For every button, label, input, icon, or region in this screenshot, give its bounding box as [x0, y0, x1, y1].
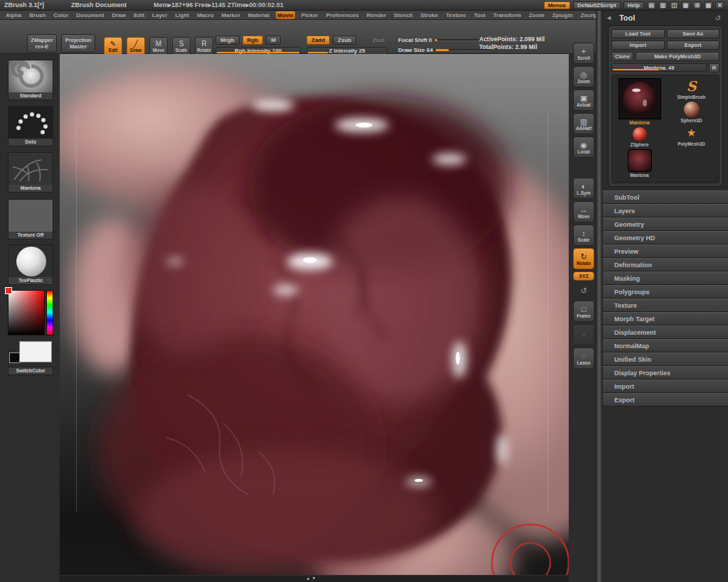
tool-inventory-item[interactable]: Sphere3D: [677, 102, 705, 123]
tool-section-header[interactable]: Geometry: [603, 217, 728, 231]
color-picker[interactable]: [8, 290, 53, 337]
menu-item[interactable]: Stroke: [419, 11, 439, 19]
titlebar-icon-button[interactable]: ⊞: [692, 1, 702, 9]
paint-mode-button[interactable]: M: [266, 36, 281, 45]
menu-item[interactable]: Marker: [220, 11, 242, 19]
hue-strip[interactable]: [46, 290, 53, 335]
save-as-button[interactable]: Save As: [667, 29, 720, 38]
projection-master-button[interactable]: Projection Master: [61, 34, 95, 53]
right-shelf-button[interactable]: XYZ: [573, 271, 594, 281]
paint-mode-button[interactable]: Mrgb: [215, 36, 240, 45]
right-shelf-button[interactable]: ▫: [573, 324, 594, 345]
tool-section-header[interactable]: Import: [603, 379, 728, 393]
zmapper-button[interactable]: ZMapper rev-E: [27, 34, 57, 53]
secondary-color-swatch[interactable]: [19, 341, 52, 362]
sculpt-mode-button[interactable]: Zcut: [368, 36, 390, 45]
tool-section-header[interactable]: Displacement: [603, 325, 728, 339]
menu-item[interactable]: Transform: [492, 11, 523, 19]
menu-item[interactable]: Light: [173, 11, 191, 19]
load-tool-button[interactable]: Load Tool: [611, 29, 665, 38]
menu-item[interactable]: Color: [52, 11, 70, 19]
titlebar-icon-button[interactable]: ▦: [681, 1, 690, 9]
tool-name-slider[interactable]: Mantena. 49: [611, 63, 707, 72]
right-shelf-button[interactable]: ▥ AAHalf: [573, 113, 594, 134]
active-tool-thumbnail[interactable]: [619, 78, 661, 119]
right-shelf-button[interactable]: ◐ L.Sym: [573, 178, 594, 199]
menus-button[interactable]: Menus: [544, 1, 570, 9]
r-button[interactable]: R: [709, 63, 719, 72]
right-shelf-button[interactable]: ▣ Actual: [573, 90, 594, 111]
menu-item[interactable]: Stencil: [392, 11, 414, 19]
menu-item[interactable]: Macro: [196, 11, 215, 19]
mode-button[interactable]: M Move: [149, 37, 168, 55]
close-icon[interactable]: ×: [715, 1, 724, 9]
menu-item[interactable]: Draw: [110, 11, 127, 19]
focal-shift-slider[interactable]: Focal Shift 0: [398, 36, 491, 43]
menu-item[interactable]: Texture: [444, 11, 467, 19]
right-shelf-button[interactable]: □ Frame: [573, 301, 594, 322]
right-shelf-button[interactable]: ◎ Zoom: [573, 66, 594, 87]
sculpt-mode-button[interactable]: Zadd: [306, 36, 330, 45]
primary-color-swatch[interactable]: [9, 352, 20, 363]
draw-size-slider[interactable]: Draw Size 64: [398, 46, 491, 53]
sculpt-mode-button[interactable]: Zsub: [333, 36, 356, 45]
tool-section-header[interactable]: Export: [603, 393, 728, 406]
mode-button[interactable]: ╱ Draw: [127, 37, 145, 55]
switch-color-widget[interactable]: SwitchColor: [8, 341, 53, 375]
tool-section-header[interactable]: Geometry HD: [603, 231, 728, 244]
menu-item[interactable]: Alpha: [4, 11, 23, 19]
titlebar-icon-button[interactable]: ◫: [670, 1, 679, 9]
brush-selector[interactable]: Standard: [8, 60, 53, 100]
right-shelf-button[interactable]: + Scroll: [573, 43, 594, 64]
right-shelf-button[interactable]: ↻ Rotate: [573, 248, 594, 269]
tool-inventory-item[interactable]: Mantena: [628, 149, 652, 178]
tool-section-header[interactable]: Display Properties: [603, 366, 728, 379]
canvas-scroll-arrows[interactable]: ▲▼: [306, 576, 317, 581]
alpha-selector[interactable]: Mantena: [8, 152, 53, 193]
saturation-square[interactable]: [8, 290, 45, 335]
paint-mode-button[interactable]: Rgb: [242, 36, 264, 45]
stroke-selector[interactable]: Dots: [8, 106, 53, 146]
switch-color-button[interactable]: SwitchColor: [8, 367, 53, 375]
titlebar-icon-button[interactable]: ▥: [658, 1, 668, 9]
tool-section-header[interactable]: SubTool: [603, 190, 728, 204]
menu-item[interactable]: Layer: [151, 11, 168, 19]
menu-item[interactable]: Zoom: [528, 11, 546, 19]
menu-item[interactable]: Brush: [28, 11, 47, 19]
make-polymesh3d-button[interactable]: Make PolyMesh3D: [636, 52, 719, 61]
menu-item[interactable]: Zplugin: [551, 11, 574, 19]
tool-section-header[interactable]: Unified Skin: [603, 352, 728, 366]
default-zscript-button[interactable]: DefaultZScript: [573, 1, 621, 9]
right-shelf-button[interactable]: ◉ Local: [573, 136, 594, 158]
mode-button[interactable]: S Scale: [172, 37, 191, 55]
right-shelf-button[interactable]: ↺: [573, 283, 594, 298]
viewport-3d-model[interactable]: [60, 54, 569, 582]
tool-section-header[interactable]: NormalMap: [603, 339, 728, 352]
clone-button[interactable]: Clone: [611, 52, 633, 61]
tool-section-header[interactable]: Masking: [603, 271, 728, 285]
material-selector[interactable]: TexPlastic: [8, 244, 53, 285]
tool-inventory-item[interactable]: ZSphere: [628, 127, 652, 147]
export-tool-button[interactable]: Export: [667, 41, 720, 50]
import-tool-button[interactable]: Import: [611, 41, 665, 50]
help-button[interactable]: Help: [623, 1, 644, 9]
right-shelf-button[interactable]: ↔ Move: [573, 201, 594, 222]
tool-section-header[interactable]: Texture: [603, 298, 728, 312]
menu-item[interactable]: Render: [365, 11, 388, 19]
menu-item[interactable]: Document: [75, 11, 105, 19]
titlebar-icon-button[interactable]: ▩: [704, 1, 713, 9]
tool-inventory-item[interactable]: ★ PolyMesh3D: [677, 125, 705, 146]
menu-item[interactable]: Preferences: [325, 11, 360, 19]
menu-item[interactable]: Movie: [276, 11, 295, 19]
menu-item[interactable]: Picker: [300, 11, 320, 19]
right-shelf-button[interactable]: ↕ Scale: [573, 225, 594, 246]
mode-button[interactable]: ✎ Edit: [104, 37, 122, 55]
titlebar-icon-button[interactable]: ▤: [647, 1, 656, 9]
tool-section-header[interactable]: Preview: [603, 244, 728, 258]
document-canvas[interactable]: ▲▼: [60, 54, 569, 582]
tool-section-header[interactable]: Morph Target: [603, 312, 728, 325]
palette-collapse-icon[interactable]: ◄: [606, 14, 612, 21]
tool-section-header[interactable]: Polygroups: [603, 285, 728, 298]
menu-item[interactable]: Edit: [132, 11, 146, 19]
palette-refresh-icon[interactable]: ↺: [715, 14, 721, 22]
